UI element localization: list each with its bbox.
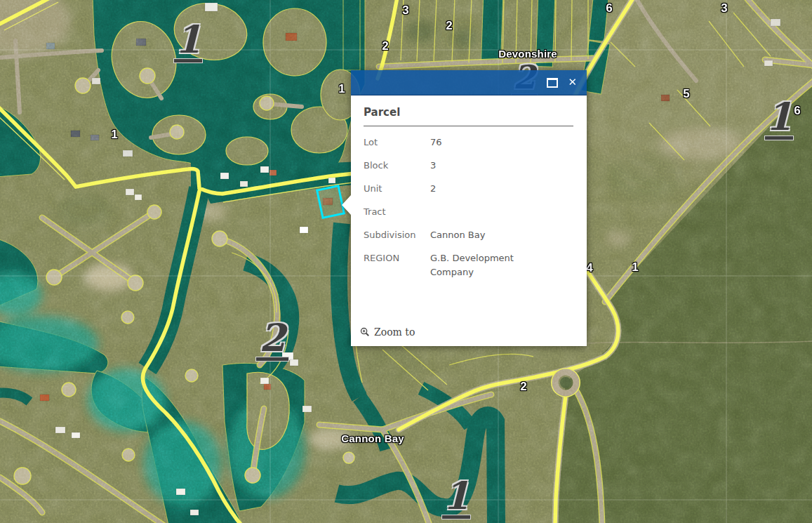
attribute-label: Unit [364, 182, 430, 196]
popup-divider [364, 126, 573, 126]
block-number-label: 1 [338, 82, 345, 96]
attribute-value: Cannon Bay [430, 228, 485, 242]
maximize-icon[interactable] [547, 78, 558, 88]
map-canvas[interactable]: 1 2 1 1 2 3 2 2 6 3 5 6 1 1 1 4 2 Devons… [0, 0, 812, 523]
zoom-in-icon [360, 327, 370, 337]
attribute-row: Unit 2 [364, 182, 573, 196]
attribute-label: Subdivision [364, 228, 430, 242]
attribute-row: Subdivision Cannon Bay [364, 228, 573, 242]
popup-heading: Parcel [364, 106, 573, 119]
block-number-label: 1 [111, 128, 117, 142]
attribute-row: REGION G.B. Development Company [364, 251, 573, 279]
unit-number-label: 2 [255, 322, 289, 362]
subdivision-name-label: Cannon Bay [341, 432, 404, 444]
subdivision-name-label: Devonshire [498, 48, 557, 60]
block-number-label: 3 [721, 1, 727, 15]
unit-number-label: 1 [764, 101, 794, 140]
unit-number-label: 1 [173, 24, 203, 63]
block-number-label: 3 [402, 4, 408, 18]
attribute-row: Tract [364, 205, 573, 219]
attribute-label: Tract [364, 205, 430, 219]
unit-number-label: 1 [441, 480, 471, 519]
block-number-label: 2 [446, 19, 452, 33]
block-number-label: 4 [586, 261, 592, 275]
parcel-popup: ✕ Parcel Lot 76 Block 3 Unit 2 Tract Sub [351, 70, 587, 346]
popup-titlebar[interactable]: ✕ [351, 70, 587, 95]
block-number-label: 2 [520, 380, 526, 394]
attribute-value: 76 [430, 135, 442, 150]
attribute-value: 2 [430, 182, 436, 196]
attribute-label: Lot [364, 135, 430, 150]
block-number-label: 1 [632, 260, 638, 274]
attribute-row: Lot 76 [364, 135, 573, 150]
attribute-value: 3 [430, 159, 436, 173]
attribute-label: REGION [364, 251, 430, 279]
zoom-to-button[interactable]: Zoom to [360, 326, 415, 338]
attribute-label: Block [364, 159, 430, 173]
zoom-to-label: Zoom to [374, 326, 415, 338]
block-number-label: 5 [683, 87, 689, 101]
popup-body: Parcel Lot 76 Block 3 Unit 2 Tract Subdi… [351, 95, 587, 346]
close-icon[interactable]: ✕ [568, 77, 577, 88]
block-number-label: 6 [606, 1, 612, 15]
attribute-value: G.B. Development Company [430, 251, 537, 279]
block-number-label: 6 [794, 104, 800, 118]
attribute-row: Block 3 [364, 159, 573, 173]
popup-callout-arrow [342, 195, 351, 215]
block-number-label: 2 [382, 39, 388, 53]
